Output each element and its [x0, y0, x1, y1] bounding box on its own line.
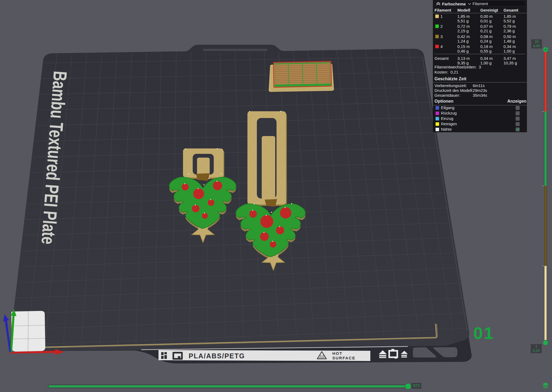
svg-text:HOT: HOT [332, 351, 343, 356]
svg-text:PLA/ABS/PETG: PLA/ABS/PETG [189, 352, 245, 360]
svg-text:SURFACE: SURFACE [332, 356, 356, 360]
